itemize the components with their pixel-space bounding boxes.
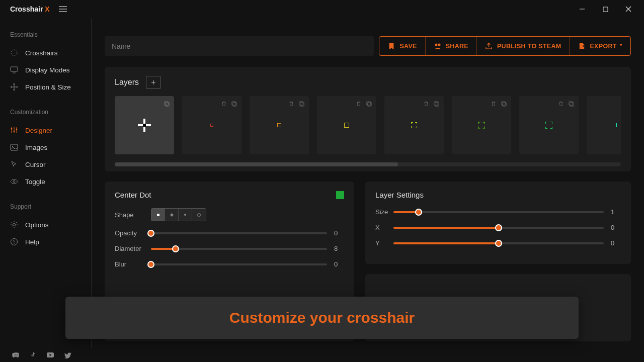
share-button[interactable]: SHARE	[426, 37, 477, 55]
svg-rect-25	[300, 102, 303, 106]
size-value: 1	[611, 208, 621, 216]
svg-rect-24	[231, 101, 235, 105]
menu-icon[interactable]	[59, 9, 67, 10]
layer-settings-panel: Layer Settings Size 1 X 0	[365, 182, 631, 264]
sidebar-item-label: Crosshairs	[25, 49, 58, 57]
sidebar-item-toggle[interactable]: Toggle	[10, 173, 91, 190]
svg-rect-13	[11, 144, 18, 150]
layer-preview	[277, 123, 281, 127]
monitor-icon	[10, 66, 18, 74]
layers-title: Layers	[115, 78, 139, 87]
copy-icon[interactable]	[500, 100, 507, 107]
twitter-icon[interactable]	[63, 351, 71, 359]
close-button[interactable]	[617, 1, 640, 17]
copy-icon[interactable]	[163, 100, 170, 107]
svg-rect-34	[569, 101, 572, 105]
trash-icon[interactable]	[220, 100, 227, 107]
banner: Customize your crosshair	[65, 297, 579, 339]
opacity-slider[interactable]	[151, 232, 327, 234]
layer-card[interactable]	[452, 96, 511, 154]
layer-card[interactable]	[250, 96, 309, 154]
layer-card[interactable]	[587, 96, 621, 154]
shape-label: Shape	[115, 211, 151, 219]
cursor-icon	[10, 160, 18, 168]
blur-label: Blur	[115, 260, 151, 268]
save-button[interactable]: SAVE	[379, 37, 425, 55]
svg-point-38	[17, 354, 18, 355]
tiktok-icon[interactable]	[29, 351, 37, 359]
maximize-button[interactable]	[594, 1, 617, 17]
name-input[interactable]	[105, 36, 374, 56]
svg-rect-33	[570, 102, 573, 106]
layer-card[interactable]	[317, 96, 376, 154]
trash-icon[interactable]	[355, 100, 362, 107]
eye-icon	[10, 177, 18, 186]
sidebar-item-label: Options	[25, 221, 49, 229]
diameter-value: 8	[334, 245, 344, 252]
sidebar-item-images[interactable]: Images	[10, 139, 91, 156]
svg-point-20	[438, 43, 440, 46]
sidebar-item-position-size[interactable]: Position & Size	[10, 78, 91, 96]
trash-icon[interactable]	[490, 100, 497, 107]
svg-rect-31	[502, 102, 506, 106]
publish-button[interactable]: PUBLISH TO STEAM	[477, 37, 570, 55]
shape-opt-dot[interactable]	[179, 209, 192, 221]
minimize-button[interactable]	[571, 1, 594, 17]
titlebar: Crosshair X	[0, 0, 644, 18]
layer-settings-title: Layer Settings	[375, 191, 424, 199]
sidebar-item-cursor[interactable]: Cursor	[10, 156, 91, 173]
sidebar-item-label: Position & Size	[25, 83, 71, 91]
center-dot-title: Center Dot	[115, 191, 151, 199]
discord-icon[interactable]	[12, 351, 20, 359]
copy-icon[interactable]	[365, 100, 372, 107]
sidebar-item-designer[interactable]: Designer	[10, 122, 91, 139]
shape-opt-diamond[interactable]	[165, 209, 179, 221]
youtube-icon[interactable]	[46, 351, 54, 359]
sidebar-header-support: Support	[10, 203, 91, 210]
layer-card[interactable]	[519, 96, 579, 154]
size-label: Size	[375, 208, 393, 216]
add-layer-button[interactable]: +	[146, 76, 161, 89]
shape-toggle	[151, 208, 206, 221]
diameter-slider[interactable]	[151, 248, 327, 250]
sliders-icon	[10, 126, 18, 134]
layer-card[interactable]	[384, 96, 444, 154]
banner-text: Customize your crosshair	[229, 309, 415, 326]
shape-opt-circle[interactable]	[192, 209, 206, 221]
svg-rect-22	[164, 101, 168, 105]
sidebar-item-options[interactable]: Options	[10, 216, 91, 233]
svg-rect-32	[501, 101, 505, 105]
x-slider[interactable]	[393, 227, 604, 229]
svg-point-19	[435, 43, 437, 46]
opacity-value: 0	[334, 229, 344, 237]
copy-icon[interactable]	[568, 100, 575, 107]
sidebar-item-crosshairs[interactable]: Crosshairs	[10, 44, 91, 61]
shape-opt-square[interactable]	[151, 209, 165, 221]
sidebar-item-display-modes[interactable]: Display Modes	[10, 61, 91, 78]
sidebar-header-customization: Customization	[10, 109, 91, 116]
trash-icon[interactable]	[557, 100, 565, 107]
layers-panel: Layers +	[105, 67, 631, 171]
copy-icon[interactable]	[433, 100, 440, 107]
copy-icon[interactable]	[230, 100, 237, 107]
sidebar-item-help[interactable]: Help	[10, 233, 91, 250]
svg-rect-30	[434, 101, 437, 105]
layers-scrollbar[interactable]	[115, 162, 621, 166]
diameter-label: Diameter	[115, 245, 151, 252]
trash-icon[interactable]	[288, 100, 295, 107]
layer-preview	[344, 123, 349, 128]
app-title: Crosshair X	[10, 5, 50, 13]
layer-card[interactable]	[115, 96, 174, 154]
copy-icon[interactable]	[298, 100, 305, 107]
color-swatch[interactable]	[336, 191, 344, 199]
svg-point-4	[11, 50, 17, 56]
trash-icon[interactable]	[423, 100, 430, 107]
layer-card[interactable]	[182, 96, 242, 154]
help-icon	[10, 238, 18, 246]
svg-rect-5	[11, 67, 18, 71]
blur-slider[interactable]	[151, 263, 327, 265]
export-button[interactable]: EXPORT ▾	[570, 37, 630, 55]
y-slider[interactable]	[393, 242, 604, 244]
size-slider[interactable]	[393, 211, 604, 213]
svg-rect-23	[232, 102, 236, 106]
